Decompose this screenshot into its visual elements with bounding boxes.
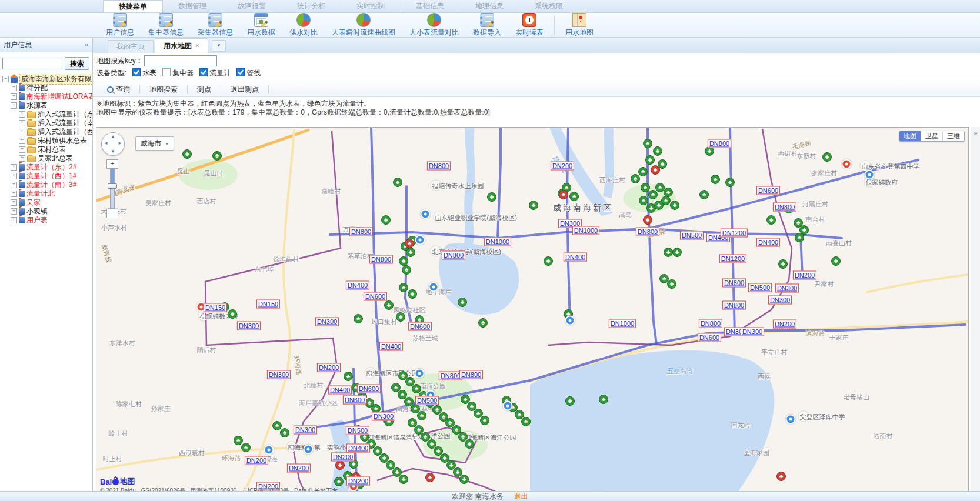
- city-selector[interactable]: 威海市 ▼: [135, 136, 174, 151]
- tree-node[interactable]: +宋村总表: [2, 145, 92, 154]
- water-meter-marker[interactable]: ♣: [631, 174, 640, 183]
- pipe-diameter-label[interactable]: DN800: [699, 319, 722, 328]
- water-meter-marker[interactable]: ♣: [459, 475, 469, 484]
- pipe-diameter-label[interactable]: DN600: [364, 292, 387, 301]
- checkbox-集中器[interactable]: [162, 68, 171, 76]
- right-panel-expander[interactable]: »: [971, 127, 980, 496]
- water-meter-marker[interactable]: ♣: [478, 318, 488, 328]
- pipe-diameter-label[interactable]: DN800: [349, 228, 373, 236]
- menu-tab-快捷菜单[interactable]: 快捷菜单: [103, 0, 163, 12]
- poi-marker[interactable]: [429, 282, 439, 292]
- water-meter-marker[interactable]: ♣: [344, 372, 353, 381]
- sidebar-search-input[interactable]: [2, 58, 62, 69]
- water-meter-marker[interactable]: ♣: [272, 421, 282, 430]
- zoom-out-button[interactable]: −: [106, 209, 118, 218]
- pipe-diameter-label[interactable]: DN800: [636, 228, 659, 236]
- checkbox-水表[interactable]: [132, 68, 141, 76]
- tree-toggle-icon[interactable]: +: [11, 182, 17, 188]
- pipe-diameter-label[interactable]: DN400: [328, 386, 352, 395]
- pipe-diameter-label[interactable]: DN800: [459, 370, 483, 379]
- pipe-diameter-label[interactable]: DN500: [415, 396, 439, 405]
- water-meter-marker[interactable]: ♣: [544, 256, 553, 266]
- tree-node[interactable]: +南海新增调试LORA表: [2, 92, 92, 101]
- poi-marker[interactable]: [565, 316, 575, 326]
- pipe-diameter-label[interactable]: DN300: [315, 318, 339, 326]
- zoom-slider-track[interactable]: [110, 169, 115, 209]
- map-type-地图[interactable]: 地图: [899, 131, 921, 141]
- pipe-diameter-label[interactable]: DN1200: [719, 255, 746, 263]
- pipe-diameter-label[interactable]: DN400: [564, 253, 587, 262]
- map-type-三维[interactable]: 三维: [942, 131, 964, 141]
- pipe-diameter-label[interactable]: DN150: [256, 300, 280, 309]
- water-meter-marker[interactable]: ♣: [241, 443, 251, 452]
- pipe-diameter-label[interactable]: DN150: [204, 303, 227, 312]
- pipe-diameter-label[interactable]: DN200: [551, 162, 574, 171]
- water-meter-marker[interactable]: ♣: [699, 190, 709, 199]
- tree-node[interactable]: +流量计（东）2#: [2, 163, 92, 172]
- toolbar-item-实时读表[interactable]: 实时读表: [509, 12, 549, 38]
- pipe-diameter-label[interactable]: DN800: [708, 139, 731, 148]
- water-meter-marker[interactable]: ♣: [458, 298, 467, 307]
- tree-node[interactable]: +流量计北: [2, 189, 92, 198]
- water-meter-marker[interactable]: ♣: [643, 139, 652, 148]
- pipe-diameter-label[interactable]: DN200: [317, 363, 341, 372]
- water-meter-marker[interactable]: ♣: [212, 151, 222, 161]
- pan-up-icon[interactable]: ▲: [111, 134, 115, 139]
- pipe-diameter-label[interactable]: DN800: [722, 301, 746, 310]
- water-meter-marker[interactable]: ♣: [417, 411, 426, 420]
- water-meter-marker[interactable]: ♣: [667, 279, 676, 289]
- toolbar-item-用户信息[interactable]: 用户信息: [100, 12, 140, 38]
- pipe-diameter-label[interactable]: DN800: [773, 203, 796, 212]
- water-meter-marker[interactable]: ♣: [831, 256, 841, 266]
- close-icon[interactable]: ×: [195, 42, 199, 50]
- tree-toggle-icon[interactable]: +: [11, 217, 17, 223]
- water-meter-marker[interactable]: ♣: [661, 196, 671, 205]
- toolbar-item-供水对比[interactable]: 供水对比: [284, 12, 324, 38]
- water-meter-marker[interactable]: ♣: [639, 196, 648, 205]
- pipe-diameter-label[interactable]: DN1000: [484, 238, 511, 246]
- pipe-diameter-label[interactable]: DN200: [287, 464, 311, 473]
- pipe-diameter-label[interactable]: DN300: [741, 328, 764, 336]
- water-meter-marker[interactable]: ♣: [641, 183, 650, 192]
- pipe-diameter-label[interactable]: DN1000: [572, 226, 599, 235]
- tree-toggle-icon[interactable]: +: [11, 173, 17, 179]
- tree-toggle-icon[interactable]: −: [11, 102, 17, 109]
- water-meter-marker[interactable]: ♣: [480, 416, 489, 425]
- poi-marker[interactable]: [415, 235, 425, 245]
- poi-marker[interactable]: [415, 369, 425, 379]
- water-meter-marker[interactable]: ♣: [529, 201, 538, 210]
- map-search-key-input[interactable]: [144, 55, 217, 66]
- water-meter-marker[interactable]: ♣: [334, 477, 344, 486]
- water-meter-marker[interactable]: ♣: [672, 248, 682, 257]
- water-meter-marker[interactable]: ♣: [653, 146, 662, 156]
- tree-toggle-icon[interactable]: +: [11, 208, 17, 215]
- tree-node[interactable]: +用户表: [2, 216, 92, 225]
- pan-down-icon[interactable]: ▼: [111, 149, 115, 154]
- button-查询[interactable]: 查询: [98, 85, 139, 95]
- button-退出测点[interactable]: 退出测点: [221, 85, 268, 95]
- water-meter-marker[interactable]: ♣: [408, 289, 417, 299]
- tab-用水地图[interactable]: 用水地图×: [155, 38, 208, 53]
- pipe-diameter-label[interactable]: DN800: [442, 251, 465, 260]
- logout-link[interactable]: 退出: [514, 492, 528, 501]
- tree-node[interactable]: +吴家: [2, 198, 92, 207]
- water-meter-marker[interactable]: ♣: [778, 259, 788, 269]
- pipe-diameter-label[interactable]: DN500: [748, 283, 772, 292]
- toolbar-item-用水数据[interactable]: 用水数据: [241, 12, 281, 38]
- button-地图搜索[interactable]: 地图搜索: [140, 85, 187, 95]
- toolbar-item-大小表流量对比[interactable]: 大小表流量对比: [404, 12, 465, 38]
- menu-tab-统计分析[interactable]: 统计分析: [282, 0, 341, 12]
- water-meter-marker[interactable]: ♣: [399, 475, 408, 484]
- tree-node[interactable]: +流量计（西）1#: [2, 172, 92, 181]
- heat-meter-marker[interactable]: ♣: [425, 473, 435, 482]
- checkbox-流量计[interactable]: [199, 68, 208, 76]
- pipe-diameter-label[interactable]: DN800: [427, 162, 451, 171]
- menu-tab-基础信息[interactable]: 基础信息: [401, 0, 460, 12]
- water-meter-marker[interactable]: ♣: [381, 215, 391, 225]
- water-meter-marker[interactable]: ♣: [599, 395, 608, 404]
- menu-tab-地理信息[interactable]: 地理信息: [460, 0, 519, 12]
- heat-meter-marker[interactable]: ♣: [559, 190, 568, 199]
- menu-tab-系统权限[interactable]: 系统权限: [519, 0, 579, 12]
- pipe-diameter-label[interactable]: DN300: [768, 296, 792, 305]
- menu-tab-故障报警[interactable]: 故障报警: [222, 0, 282, 12]
